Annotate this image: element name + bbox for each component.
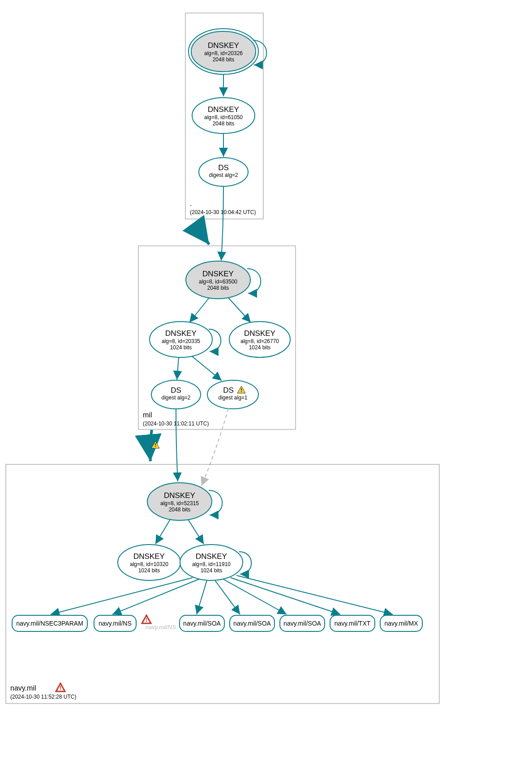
rr-soa-1: navy.mil/SOA — [180, 615, 224, 631]
node-navy-ksk: DNSKEY alg=8, id=52315 2048 bits — [147, 483, 222, 520]
svg-text:2048 bits: 2048 bits — [213, 120, 235, 127]
svg-text:alg=8, id=61050: alg=8, id=61050 — [204, 114, 243, 120]
svg-text:alg=8, id=10320: alg=8, id=10320 — [130, 561, 168, 567]
rr-mx: navy.mil/MX — [380, 615, 422, 631]
svg-text:navy.mil/SOA: navy.mil/SOA — [283, 620, 321, 627]
node-root-ds: DS digest alg=2 — [199, 158, 248, 186]
svg-text:navy.mil/SOA: navy.mil/SOA — [183, 620, 221, 627]
svg-text:1024 bits: 1024 bits — [170, 344, 192, 351]
error-icon: ! — [142, 615, 151, 623]
svg-text:alg=8, id=52315: alg=8, id=52315 — [160, 500, 199, 506]
svg-text:alg=8, id=20335: alg=8, id=20335 — [162, 338, 200, 344]
svg-text:DNSKEY: DNSKEY — [244, 329, 275, 338]
svg-text:navy.mil/MX: navy.mil/MX — [384, 620, 418, 627]
zone-mil: mil (2024-10-30 11:02:11 UTC) DNSKEY alg… — [138, 246, 296, 429]
rr-soa-3: navy.mil/SOA — [280, 615, 325, 631]
node-mil-zsk2: DNSKEY alg=8, id=26770 1024 bits — [229, 322, 290, 357]
ds2-to-navy-ksk-dashed — [202, 408, 228, 486]
svg-text:DNSKEY: DNSKEY — [165, 329, 197, 338]
svg-text:navy.mil/NSEC3PARAM: navy.mil/NSEC3PARAM — [16, 620, 83, 627]
node-root-ksk: DNSKEY alg=8, id=20326 2048 bits — [189, 29, 266, 74]
svg-text:alg=8, id=26770: alg=8, id=26770 — [240, 338, 279, 344]
svg-text:navy.mil/TXT: navy.mil/TXT — [335, 620, 371, 627]
svg-text:DNSKEY: DNSKEY — [202, 270, 234, 278]
delegation-root-mil — [200, 219, 209, 245]
rr-nsec3param: navy.mil/NSEC3PARAM — [12, 615, 87, 631]
svg-text:navy.mil/NS: navy.mil/NS — [146, 624, 176, 631]
rr-ns-error: ! navy.mil/NS — [142, 615, 176, 631]
svg-text:2048 bits: 2048 bits — [207, 285, 229, 291]
svg-text:DNSKEY: DNSKEY — [208, 105, 239, 114]
zone-root: . (2024-10-30 10:04:42 UTC) DNSKEY alg=8… — [185, 13, 266, 219]
svg-text:DNSKEY: DNSKEY — [164, 491, 195, 500]
svg-text:!: ! — [60, 685, 61, 691]
svg-text:1024 bits: 1024 bits — [249, 344, 271, 351]
svg-text:digest alg=2: digest alg=2 — [161, 395, 190, 401]
node-navy-zsk1: DNSKEY alg=8, id=10320 1024 bits — [118, 545, 180, 580]
svg-text:2048 bits: 2048 bits — [213, 56, 235, 63]
ds-to-mil-ksk — [221, 186, 223, 261]
zone-navy: navy.mil (2024-10-30 11:52:28 UTC) ! DNS… — [6, 464, 439, 704]
svg-text:DS: DS — [218, 163, 229, 172]
error-icon: ! — [56, 683, 65, 691]
svg-rect-34 — [6, 464, 439, 704]
node-mil-ds1: DS digest alg=2 — [151, 380, 201, 409]
node-mil-ds2: DS digest alg=1 ! — [207, 380, 258, 409]
svg-text:DNSKEY: DNSKEY — [208, 41, 239, 50]
zone-mil-label: mil — [143, 411, 152, 419]
svg-text:DNSKEY: DNSKEY — [196, 552, 227, 561]
svg-text:!: ! — [240, 387, 242, 393]
svg-text:digest alg=2: digest alg=2 — [209, 172, 238, 178]
ds1-to-navy-ksk — [176, 409, 178, 481]
svg-text:digest alg=1: digest alg=1 — [218, 395, 247, 401]
svg-text:1024 bits: 1024 bits — [201, 567, 223, 574]
zone-navy-timestamp: (2024-10-30 11:52:28 UTC) — [10, 694, 76, 700]
node-mil-zsk1: DNSKEY alg=8, id=20335 1024 bits — [150, 322, 221, 357]
svg-text:navy.mil/SOA: navy.mil/SOA — [233, 620, 271, 627]
svg-text:alg=8, id=11910: alg=8, id=11910 — [192, 561, 231, 567]
warning-icon: ! — [151, 441, 159, 448]
svg-text:!: ! — [154, 442, 156, 448]
svg-text:navy.mil/NS: navy.mil/NS — [99, 620, 132, 627]
rr-txt: navy.mil/TXT — [330, 615, 375, 631]
node-root-zsk: DNSKEY alg=8, id=61050 2048 bits — [192, 98, 255, 133]
node-mil-ksk: DNSKEY alg=8, id=63500 2048 bits — [186, 261, 261, 299]
svg-text:2048 bits: 2048 bits — [169, 506, 191, 513]
node-navy-zsk2: DNSKEY alg=8, id=11910 1024 bits — [180, 545, 251, 580]
zone-root-label: . — [190, 200, 192, 207]
svg-text:alg=8, id=63500: alg=8, id=63500 — [199, 279, 237, 285]
zone-navy-label: navy.mil — [10, 684, 36, 692]
svg-text:DS: DS — [223, 386, 234, 395]
svg-text:DS: DS — [171, 386, 181, 395]
svg-text:1024 bits: 1024 bits — [138, 567, 160, 574]
rr-ns: navy.mil/NS — [94, 615, 136, 631]
delegation-mil-navy — [150, 430, 152, 461]
svg-text:alg=8, id=20326: alg=8, id=20326 — [204, 50, 243, 56]
dnssec-graph: . (2024-10-30 10:04:42 UTC) DNSKEY alg=8… — [0, 0, 532, 768]
rr-soa-2: navy.mil/SOA — [230, 615, 275, 631]
svg-text:!: ! — [146, 617, 147, 623]
svg-text:DNSKEY: DNSKEY — [133, 552, 165, 561]
